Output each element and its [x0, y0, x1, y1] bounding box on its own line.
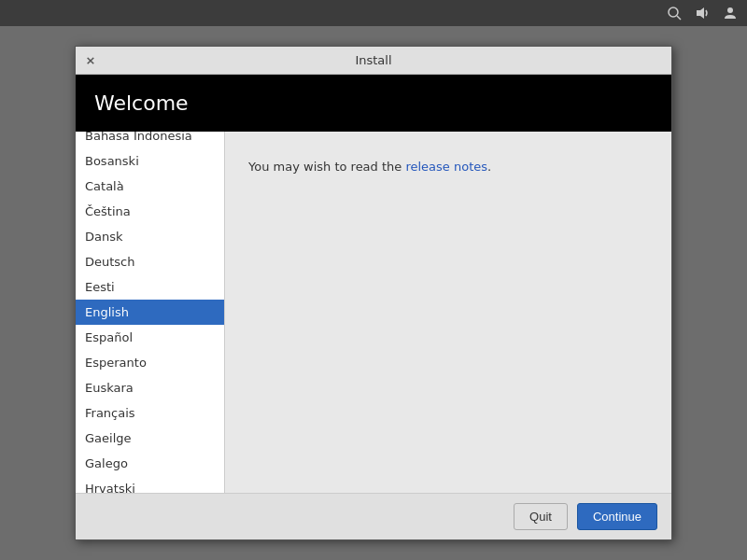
- window-footer: Quit Continue: [76, 493, 671, 539]
- volume-icon[interactable]: [693, 4, 712, 22]
- desktop: × Install Welcome AsturianuBahasa Indone…: [0, 26, 747, 560]
- continue-button[interactable]: Continue: [577, 503, 657, 530]
- lang-item-deutsch[interactable]: Deutsch: [76, 249, 224, 274]
- lang-item-bosanski[interactable]: Bosanski: [76, 148, 224, 174]
- release-text: You may wish to read the release notes.: [248, 160, 648, 174]
- main-panel: You may wish to read the release notes.: [225, 132, 671, 493]
- release-notes-link[interactable]: release notes: [405, 160, 487, 174]
- lang-item-galego[interactable]: Galego: [76, 451, 224, 476]
- lang-item-hrvatski[interactable]: Hrvatski: [76, 476, 224, 493]
- lang-item-cestina[interactable]: Čeština: [76, 199, 224, 224]
- quit-button[interactable]: Quit: [514, 503, 568, 530]
- language-list[interactable]: AsturianuBahasa IndonesiaBosanskiCatalàČ…: [76, 132, 225, 493]
- lang-item-bahasa-indonesia[interactable]: Bahasa Indonesia: [76, 132, 224, 148]
- user-icon[interactable]: [721, 4, 740, 22]
- lang-item-catala[interactable]: Català: [76, 174, 224, 199]
- search-icon[interactable]: [665, 4, 684, 22]
- lang-item-francais[interactable]: Français: [76, 400, 224, 426]
- release-text-before: You may wish to read the: [248, 160, 405, 174]
- window-content: AsturianuBahasa IndonesiaBosanskiCatalàČ…: [76, 132, 671, 493]
- taskbar: [0, 0, 747, 26]
- lang-item-eesti[interactable]: Eesti: [76, 274, 224, 300]
- window-titlebar: × Install: [76, 47, 671, 75]
- lang-item-dansk[interactable]: Dansk: [76, 224, 224, 249]
- lang-item-esperanto[interactable]: Esperanto: [76, 350, 224, 375]
- window-header: Welcome: [76, 75, 671, 132]
- lang-item-espanol[interactable]: Español: [76, 325, 224, 350]
- lang-item-euskara[interactable]: Euskara: [76, 375, 224, 400]
- svg-point-3: [727, 7, 733, 13]
- release-text-after: .: [487, 160, 491, 174]
- page-title: Welcome: [94, 91, 653, 115]
- window-title: Install: [98, 53, 649, 67]
- svg-point-0: [669, 7, 678, 17]
- close-button[interactable]: ×: [83, 53, 98, 68]
- lang-item-english[interactable]: English: [76, 300, 224, 325]
- install-window: × Install Welcome AsturianuBahasa Indone…: [75, 46, 672, 540]
- lang-item-gaeilge[interactable]: Gaeilge: [76, 426, 224, 451]
- svg-marker-2: [697, 7, 704, 19]
- svg-line-1: [677, 16, 681, 20]
